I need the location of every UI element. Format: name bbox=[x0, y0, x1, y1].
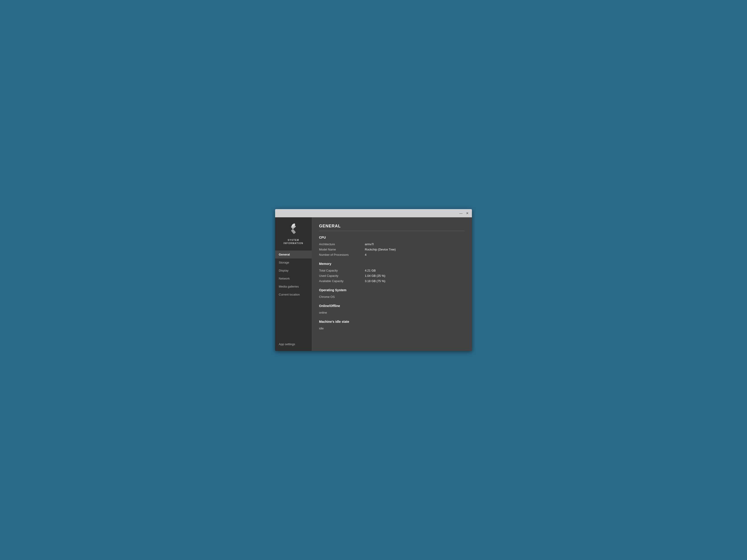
app-window: — ✕ SYSTEM INFORMATION bbox=[275, 209, 472, 351]
minimize-button[interactable]: — bbox=[458, 210, 464, 216]
titlebar: — ✕ bbox=[275, 209, 472, 217]
memory-section: Memory Total Capacity 4.21 GB Used Capac… bbox=[319, 262, 465, 283]
sidebar-nav: General Storage Display Network Media ga… bbox=[275, 250, 312, 298]
os-value: Chrome OS bbox=[319, 295, 465, 298]
memory-used-value: 1.04 GB (25 %) bbox=[365, 274, 385, 277]
cpu-architecture-value: armv7l bbox=[365, 242, 374, 246]
memory-used-label: Used Capacity bbox=[319, 274, 365, 277]
cpu-row-model: Model Name Rockchip (Device Tree) bbox=[319, 248, 465, 251]
idle-value: idle bbox=[319, 327, 465, 330]
idle-section: Machine's idle state idle bbox=[319, 320, 465, 330]
sidebar-item-current-location[interactable]: Current location bbox=[275, 291, 312, 298]
memory-available-label: Available Capacity bbox=[319, 279, 365, 283]
sidebar-item-general[interactable]: General bbox=[275, 250, 312, 259]
os-title: Operating System bbox=[319, 288, 465, 292]
app-icon bbox=[287, 223, 299, 237]
sidebar-item-storage[interactable]: Storage bbox=[275, 259, 312, 267]
os-section: Operating System Chrome OS bbox=[319, 288, 465, 298]
cpu-model-value: Rockchip (Device Tree) bbox=[365, 248, 396, 251]
memory-total-value: 4.21 GB bbox=[365, 269, 376, 272]
idle-title: Machine's idle state bbox=[319, 320, 465, 323]
cpu-processors-value: 4 bbox=[365, 253, 366, 257]
memory-title: Memory bbox=[319, 262, 465, 266]
page-title: GENERAL bbox=[319, 224, 465, 229]
cpu-title: CPU bbox=[319, 236, 465, 239]
sidebar-item-network[interactable]: Network bbox=[275, 274, 312, 283]
online-value: online bbox=[319, 311, 465, 314]
cpu-section: CPU Architecture armv7l Model Name Rockc… bbox=[319, 236, 465, 257]
close-button[interactable]: ✕ bbox=[465, 210, 470, 216]
sidebar-header: SYSTEM INFORMATION bbox=[275, 221, 312, 249]
app-title: SYSTEM INFORMATION bbox=[284, 239, 303, 245]
memory-row-total: Total Capacity 4.21 GB bbox=[319, 269, 465, 272]
svg-rect-0 bbox=[291, 229, 296, 234]
memory-row-available: Available Capacity 3.18 GB (75 %) bbox=[319, 279, 465, 283]
cpu-processors-label: Number of Processors bbox=[319, 253, 365, 257]
memory-available-value: 3.18 GB (75 %) bbox=[365, 279, 385, 283]
sidebar-item-display[interactable]: Display bbox=[275, 267, 312, 274]
cpu-row-processors: Number of Processors 4 bbox=[319, 253, 465, 257]
memory-row-used: Used Capacity 1.04 GB (25 %) bbox=[319, 274, 465, 277]
memory-total-label: Total Capacity bbox=[319, 269, 365, 272]
online-section: Online/Offline online bbox=[319, 304, 465, 314]
online-title: Online/Offline bbox=[319, 304, 465, 308]
main-content: GENERAL CPU Architecture armv7l Model Na… bbox=[312, 217, 472, 351]
sidebar: SYSTEM INFORMATION General Storage Displ… bbox=[275, 217, 312, 351]
cpu-model-label: Model Name bbox=[319, 248, 365, 251]
sidebar-item-app-settings[interactable]: App settings bbox=[275, 340, 312, 348]
sidebar-item-media-galleries[interactable]: Media galleries bbox=[275, 283, 312, 291]
cpu-architecture-label: Architecture bbox=[319, 242, 365, 246]
app-body: SYSTEM INFORMATION General Storage Displ… bbox=[275, 217, 472, 351]
cpu-row-architecture: Architecture armv7l bbox=[319, 242, 465, 246]
